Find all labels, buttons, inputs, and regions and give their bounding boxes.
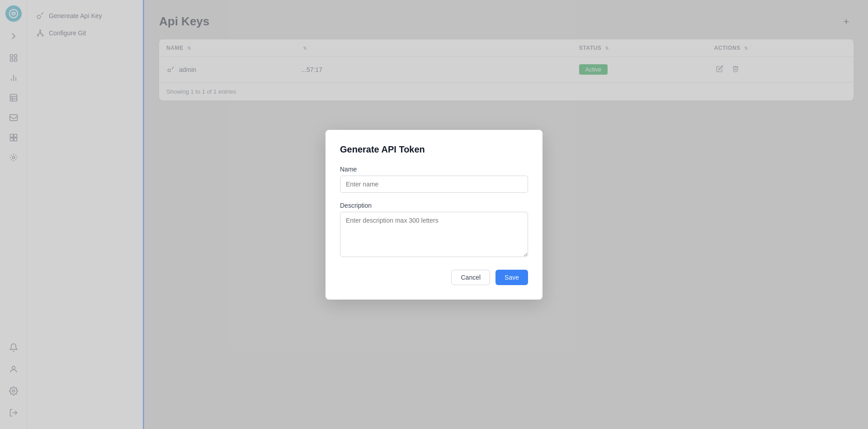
modal-actions: Cancel Save [340,270,528,285]
description-label: Description [340,202,528,209]
name-input[interactable] [340,176,528,193]
save-button[interactable]: Save [495,270,528,285]
modal-overlay[interactable]: Generate API Token Name Description Canc… [0,0,868,429]
cancel-button[interactable]: Cancel [451,270,490,285]
modal-title: Generate API Token [340,144,528,155]
name-label: Name [340,166,528,173]
name-field-group: Name [340,166,528,202]
description-field-group: Description [340,202,528,259]
description-textarea[interactable] [340,212,528,257]
generate-api-token-modal: Generate API Token Name Description Canc… [326,130,542,300]
